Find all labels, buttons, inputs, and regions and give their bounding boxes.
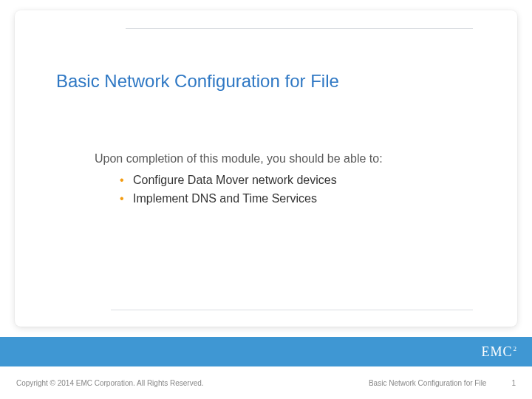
content-card: Basic Network Configuration for File Upo… [15,10,517,327]
logo-text: EMC [481,344,512,359]
slide-title: Basic Network Configuration for File [56,71,339,92]
module-name: Basic Network Configuration for File [369,379,487,387]
copyright-text: Copyright © 2014 EMC Corporation. All Ri… [16,379,204,387]
top-divider [126,28,473,29]
page-number: 1 [511,379,516,387]
sub-footer: Copyright © 2014 EMC Corporation. All Ri… [0,366,532,399]
list-item: Implement DNS and Time Services [120,190,337,208]
intro-text: Upon completion of this module, you shou… [95,152,383,166]
logo-superscript: 2 [514,345,518,352]
slide: Basic Network Configuration for File Upo… [0,0,532,399]
footer-bar: EMC2 [0,337,532,366]
bottom-divider [111,310,473,310]
bullet-list: Configure Data Mover network devices Imp… [120,171,337,208]
emc-logo: EMC2 [481,344,517,360]
list-item: Configure Data Mover network devices [120,171,337,190]
